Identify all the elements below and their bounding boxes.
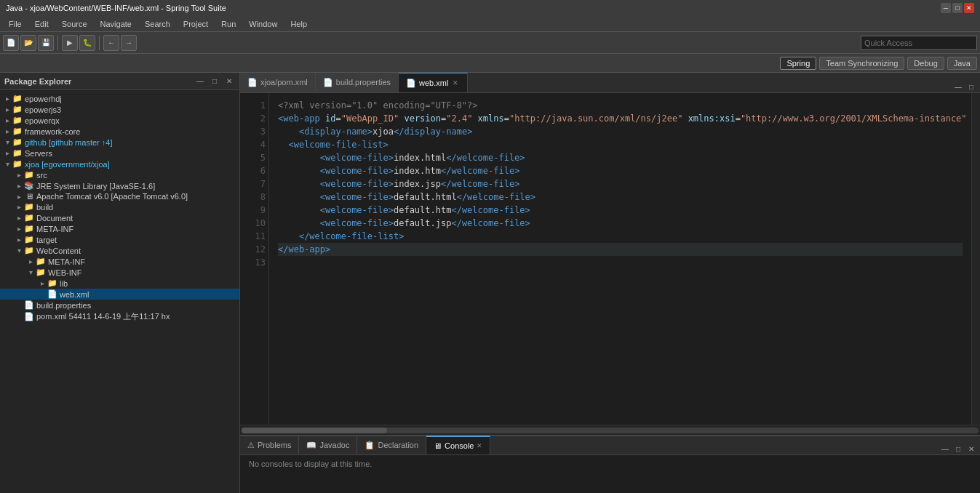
tab-label: web.xml — [419, 79, 448, 87]
tab-icon: 📄 — [323, 78, 333, 87]
tree-item[interactable]: ▸📁lib — [0, 278, 239, 289]
close-button[interactable]: ✕ — [964, 3, 974, 13]
perspective-java[interactable]: Java — [947, 57, 977, 70]
tree-expand-icon[interactable]: ▸ — [15, 182, 23, 190]
tree-item[interactable]: ▸📁framework-core — [0, 126, 239, 137]
tree-expand-icon[interactable]: ▸ — [38, 279, 47, 287]
bottom-tab-close-button[interactable]: ✕ — [477, 442, 482, 449]
menu-item-window[interactable]: Window — [243, 18, 283, 30]
code-line: <web-app id="WebApp_ID" version="2.4" xm… — [278, 112, 963, 125]
tree-item[interactable]: ▾📁WebContent — [0, 245, 239, 256]
toolbar-debug-button[interactable]: 🐛 — [79, 35, 95, 51]
tree-expand-icon[interactable]: ▸ — [15, 225, 23, 233]
tree-item[interactable]: 📄build.properties — [0, 300, 239, 310]
tree-item[interactable]: 📄pom.xml 54411 14-6-19 上午11:17 hx — [0, 310, 239, 323]
editor-panel-maximize-button[interactable]: □ — [965, 81, 977, 92]
toolbar-back-button[interactable]: ← — [103, 35, 119, 51]
tree-expand-icon[interactable]: ▸ — [3, 127, 12, 135]
tree-item[interactable]: ▸📁epowerqx — [0, 115, 239, 126]
tree-expand-icon[interactable]: ▾ — [26, 268, 35, 276]
editor-panel-minimize-button[interactable]: — — [952, 81, 964, 92]
menu-item-source[interactable]: Source — [56, 18, 93, 30]
tree-expand-icon[interactable]: ▾ — [3, 160, 12, 168]
tree-item[interactable]: ▾📁xjoa [egovernment/xjoa] — [0, 159, 239, 169]
horizontal-scrollbar[interactable] — [242, 428, 979, 433]
toolbar-separator-1 — [57, 36, 58, 50]
code-editor[interactable]: <?xml version="1.0" encoding="UTF-8"?><w… — [269, 93, 971, 425]
tree-item[interactable]: ▸📁src — [0, 169, 239, 180]
tree-expand-icon[interactable]: ▸ — [15, 171, 23, 179]
minimize-button[interactable]: ─ — [941, 3, 951, 13]
menu-item-navigate[interactable]: Navigate — [95, 18, 138, 30]
menu-item-edit[interactable]: Edit — [29, 18, 55, 30]
tree-expand-icon[interactable]: ▸ — [15, 236, 23, 244]
menu-item-help[interactable]: Help — [284, 18, 313, 30]
tree-item[interactable]: ▸🖥Apache Tomcat v6.0 [Apache Tomcat v6.0… — [0, 191, 239, 201]
tree-item-label: WEB-INF — [48, 268, 81, 277]
bottom-minimize-button[interactable]: — — [939, 443, 951, 454]
tree-item[interactable]: ▸📁epowerjs3 — [0, 104, 239, 115]
tree-item[interactable]: ▾📁github [github master ↑4] — [0, 137, 239, 148]
console-content: No consoles to display at this time. — [240, 455, 980, 493]
tree-item[interactable]: 📄web.xml — [0, 289, 239, 300]
panel-title: Package Explorer — [4, 77, 191, 86]
tree-item-label: target — [36, 236, 57, 244]
line-number: 3 — [243, 125, 266, 138]
tree-expand-icon[interactable]: ▸ — [15, 203, 23, 211]
tree-item[interactable]: ▸📁target — [0, 234, 239, 245]
tree-expand-icon[interactable]: ▸ — [3, 105, 12, 113]
tree-expand-icon[interactable]: ▾ — [15, 246, 23, 254]
tree-expand-icon[interactable]: ▸ — [15, 193, 23, 201]
tree-expand-icon[interactable]: ▸ — [3, 149, 12, 157]
bottom-tab-problems[interactable]: ⚠ Problems — [240, 436, 299, 454]
menu-item-project[interactable]: Project — [178, 18, 214, 30]
tree-item[interactable]: ▸📁META-INF — [0, 256, 239, 267]
editor-tab-pom[interactable]: 📄xjoa/pom.xml — [240, 73, 316, 92]
menu-item-run[interactable]: Run — [215, 18, 242, 30]
panel-minimize-button[interactable]: — — [194, 76, 206, 87]
panel-close-button[interactable]: ✕ — [223, 76, 235, 87]
tree-item-icon: 📄 — [23, 312, 35, 321]
tree-item[interactable]: ▸📁Servers — [0, 148, 239, 159]
tree-item[interactable]: ▸📚JRE System Library [JavaSE-1.6] — [0, 180, 239, 191]
toolbar-open-button[interactable]: 📂 — [20, 35, 36, 51]
toolbar-save-button[interactable]: 💾 — [38, 35, 54, 51]
perspective-spring[interactable]: Spring — [780, 57, 816, 70]
code-line: <welcome-file>default.jsp</welcome-file> — [278, 217, 963, 230]
toolbar-run-button[interactable]: ▶ — [62, 35, 78, 51]
bottom-tab-label: Declaration — [378, 441, 418, 449]
perspective-team-synchronizing[interactable]: Team Synchronizing — [819, 57, 904, 70]
editor-tab-webxml[interactable]: 📄web.xml✕ — [399, 73, 468, 92]
toolbar-new-button[interactable]: 📄 — [3, 35, 19, 51]
tree-item[interactable]: ▸📁epowerhdj — [0, 93, 239, 104]
perspective-debug[interactable]: Debug — [907, 57, 944, 70]
tree-item[interactable]: ▸📁Document — [0, 212, 239, 223]
bottom-maximize-button[interactable]: □ — [952, 443, 964, 454]
tree-item-icon: 📁 — [12, 137, 23, 147]
tree-expand-icon[interactable]: ▸ — [3, 95, 12, 103]
vertical-scrollbar[interactable] — [971, 93, 980, 425]
tree-item[interactable]: ▸📁META-INF — [0, 223, 239, 234]
line-numbers: 12345678910111213 — [240, 93, 269, 425]
panel-maximize-button[interactable]: □ — [209, 76, 220, 87]
menu-item-file[interactable]: File — [3, 18, 28, 30]
horizontal-scrollbar-thumb[interactable] — [242, 428, 387, 433]
maximize-button[interactable]: □ — [952, 3, 963, 13]
tree-expand-icon[interactable]: ▸ — [15, 214, 23, 222]
tab-close-button[interactable]: ✕ — [451, 79, 460, 87]
quick-access-area — [861, 36, 977, 50]
bottom-tab-javadoc[interactable]: 📖 Javadoc — [299, 436, 357, 454]
quick-access-input[interactable] — [861, 36, 977, 50]
tree-item[interactable]: ▾📁WEB-INF — [0, 267, 239, 278]
code-line: </web-app> — [278, 243, 963, 256]
bottom-tab-console[interactable]: 🖥 Console ✕ — [426, 436, 490, 454]
tree-expand-icon[interactable]: ▾ — [3, 138, 12, 146]
bottom-tab-declaration[interactable]: 📋 Declaration — [357, 436, 426, 454]
tree-expand-icon[interactable]: ▸ — [26, 257, 35, 265]
editor-tab-build[interactable]: 📄build.properties — [316, 73, 399, 92]
tree-expand-icon[interactable]: ▸ — [3, 116, 12, 124]
bottom-close-button[interactable]: ✕ — [965, 443, 977, 454]
menu-item-search[interactable]: Search — [139, 18, 176, 30]
tree-item[interactable]: ▸📁build — [0, 201, 239, 212]
toolbar-forward-button[interactable]: → — [121, 35, 137, 51]
